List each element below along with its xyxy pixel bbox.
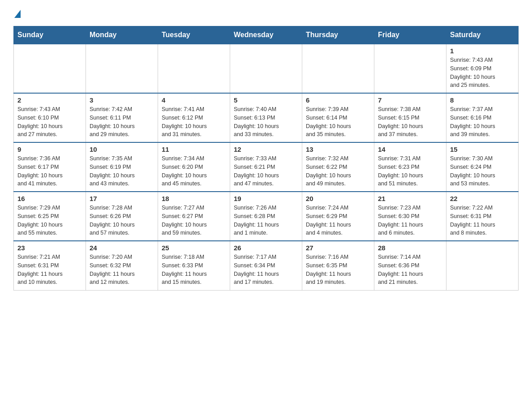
weekday-header-monday: Monday	[86, 26, 158, 44]
calendar-cell: 9Sunrise: 7:36 AM Sunset: 6:17 PM Daylig…	[14, 142, 86, 192]
day-info: Sunrise: 7:29 AM Sunset: 6:25 PM Dayligh…	[17, 204, 82, 237]
day-info: Sunrise: 7:26 AM Sunset: 6:28 PM Dayligh…	[234, 204, 298, 237]
logo	[13, 9, 21, 17]
day-number: 9	[17, 146, 82, 153]
day-number: 5	[234, 96, 298, 104]
day-number: 1	[450, 47, 515, 55]
day-info: Sunrise: 7:38 AM Sunset: 6:15 PM Dayligh…	[378, 105, 442, 139]
day-number: 18	[162, 195, 226, 202]
day-info: Sunrise: 7:14 AM Sunset: 6:36 PM Dayligh…	[378, 253, 442, 287]
day-number: 2	[17, 96, 82, 104]
day-info: Sunrise: 7:16 AM Sunset: 6:35 PM Dayligh…	[306, 253, 370, 287]
calendar-cell: 8Sunrise: 7:37 AM Sunset: 6:16 PM Daylig…	[446, 93, 519, 142]
calendar-cell: 26Sunrise: 7:17 AM Sunset: 6:34 PM Dayli…	[230, 241, 302, 290]
page-header	[13, 9, 519, 17]
calendar-cell: 16Sunrise: 7:29 AM Sunset: 6:25 PM Dayli…	[14, 192, 86, 241]
day-info: Sunrise: 7:30 AM Sunset: 6:24 PM Dayligh…	[450, 154, 515, 188]
calendar-cell: 13Sunrise: 7:32 AM Sunset: 6:22 PM Dayli…	[302, 142, 374, 192]
weekday-header-friday: Friday	[374, 26, 446, 44]
day-number: 4	[162, 96, 226, 104]
day-number: 13	[306, 146, 370, 153]
weekday-header-saturday: Saturday	[446, 26, 519, 44]
day-number: 3	[90, 96, 154, 104]
day-info: Sunrise: 7:20 AM Sunset: 6:32 PM Dayligh…	[90, 253, 154, 287]
day-info: Sunrise: 7:23 AM Sunset: 6:30 PM Dayligh…	[378, 204, 442, 237]
calendar-cell: 11Sunrise: 7:34 AM Sunset: 6:20 PM Dayli…	[158, 142, 230, 192]
calendar-cell: 7Sunrise: 7:38 AM Sunset: 6:15 PM Daylig…	[374, 93, 446, 142]
calendar-cell: 25Sunrise: 7:18 AM Sunset: 6:33 PM Dayli…	[158, 241, 230, 290]
calendar-week-row: 1Sunrise: 7:43 AM Sunset: 6:09 PM Daylig…	[14, 44, 519, 93]
day-number: 20	[306, 195, 370, 202]
calendar-cell: 22Sunrise: 7:22 AM Sunset: 6:31 PM Dayli…	[446, 192, 519, 241]
calendar-week-row: 16Sunrise: 7:29 AM Sunset: 6:25 PM Dayli…	[14, 192, 519, 241]
day-number: 25	[162, 244, 226, 252]
day-number: 15	[450, 146, 515, 153]
day-number: 24	[90, 244, 154, 252]
day-info: Sunrise: 7:33 AM Sunset: 6:21 PM Dayligh…	[234, 154, 298, 188]
day-number: 12	[234, 146, 298, 153]
day-number: 17	[90, 195, 154, 202]
day-info: Sunrise: 7:43 AM Sunset: 6:10 PM Dayligh…	[17, 105, 82, 139]
calendar-table: SundayMondayTuesdayWednesdayThursdayFrid…	[13, 26, 519, 291]
calendar-cell	[230, 44, 302, 93]
day-number: 6	[306, 96, 370, 104]
day-number: 28	[378, 244, 442, 252]
day-number: 22	[450, 195, 515, 202]
calendar-cell	[374, 44, 446, 93]
calendar-cell	[158, 44, 230, 93]
calendar-cell: 17Sunrise: 7:28 AM Sunset: 6:26 PM Dayli…	[86, 192, 158, 241]
calendar-cell: 23Sunrise: 7:21 AM Sunset: 6:31 PM Dayli…	[14, 241, 86, 290]
calendar-week-row: 9Sunrise: 7:36 AM Sunset: 6:17 PM Daylig…	[14, 142, 519, 192]
calendar-week-row: 23Sunrise: 7:21 AM Sunset: 6:31 PM Dayli…	[14, 241, 519, 290]
calendar-cell: 6Sunrise: 7:39 AM Sunset: 6:14 PM Daylig…	[302, 93, 374, 142]
calendar-cell: 27Sunrise: 7:16 AM Sunset: 6:35 PM Dayli…	[302, 241, 374, 290]
day-info: Sunrise: 7:36 AM Sunset: 6:17 PM Dayligh…	[17, 154, 82, 188]
day-number: 7	[378, 96, 442, 104]
weekday-header-tuesday: Tuesday	[158, 26, 230, 44]
calendar-cell: 21Sunrise: 7:23 AM Sunset: 6:30 PM Dayli…	[374, 192, 446, 241]
calendar-cell	[86, 44, 158, 93]
calendar-cell: 28Sunrise: 7:14 AM Sunset: 6:36 PM Dayli…	[374, 241, 446, 290]
day-info: Sunrise: 7:32 AM Sunset: 6:22 PM Dayligh…	[306, 154, 370, 188]
day-info: Sunrise: 7:42 AM Sunset: 6:11 PM Dayligh…	[90, 105, 154, 139]
day-info: Sunrise: 7:28 AM Sunset: 6:26 PM Dayligh…	[90, 204, 154, 237]
day-number: 11	[162, 146, 226, 153]
calendar-cell: 20Sunrise: 7:24 AM Sunset: 6:29 PM Dayli…	[302, 192, 374, 241]
day-info: Sunrise: 7:18 AM Sunset: 6:33 PM Dayligh…	[162, 253, 226, 287]
day-info: Sunrise: 7:39 AM Sunset: 6:14 PM Dayligh…	[306, 105, 370, 139]
calendar-cell: 2Sunrise: 7:43 AM Sunset: 6:10 PM Daylig…	[14, 93, 86, 142]
calendar-cell	[446, 241, 519, 290]
calendar-cell: 14Sunrise: 7:31 AM Sunset: 6:23 PM Dayli…	[374, 142, 446, 192]
day-number: 21	[378, 195, 442, 202]
calendar-cell: 10Sunrise: 7:35 AM Sunset: 6:19 PM Dayli…	[86, 142, 158, 192]
calendar-cell	[302, 44, 374, 93]
weekday-header-thursday: Thursday	[302, 26, 374, 44]
calendar-cell: 18Sunrise: 7:27 AM Sunset: 6:27 PM Dayli…	[158, 192, 230, 241]
calendar-cell: 12Sunrise: 7:33 AM Sunset: 6:21 PM Dayli…	[230, 142, 302, 192]
day-info: Sunrise: 7:41 AM Sunset: 6:12 PM Dayligh…	[162, 105, 226, 139]
calendar-cell: 24Sunrise: 7:20 AM Sunset: 6:32 PM Dayli…	[86, 241, 158, 290]
day-info: Sunrise: 7:34 AM Sunset: 6:20 PM Dayligh…	[162, 154, 226, 188]
calendar-header-row: SundayMondayTuesdayWednesdayThursdayFrid…	[14, 26, 519, 44]
day-info: Sunrise: 7:35 AM Sunset: 6:19 PM Dayligh…	[90, 154, 154, 188]
day-number: 8	[450, 96, 515, 104]
logo-triangle-icon	[14, 10, 21, 18]
weekday-header-wednesday: Wednesday	[230, 26, 302, 44]
day-info: Sunrise: 7:27 AM Sunset: 6:27 PM Dayligh…	[162, 204, 226, 237]
day-number: 26	[234, 244, 298, 252]
weekday-header-sunday: Sunday	[14, 26, 86, 44]
calendar-cell: 15Sunrise: 7:30 AM Sunset: 6:24 PM Dayli…	[446, 142, 519, 192]
calendar-cell: 3Sunrise: 7:42 AM Sunset: 6:11 PM Daylig…	[86, 93, 158, 142]
day-info: Sunrise: 7:43 AM Sunset: 6:09 PM Dayligh…	[450, 56, 515, 90]
calendar-cell: 4Sunrise: 7:41 AM Sunset: 6:12 PM Daylig…	[158, 93, 230, 142]
day-number: 23	[17, 244, 82, 252]
day-info: Sunrise: 7:37 AM Sunset: 6:16 PM Dayligh…	[450, 105, 515, 139]
day-info: Sunrise: 7:40 AM Sunset: 6:13 PM Dayligh…	[234, 105, 298, 139]
day-info: Sunrise: 7:22 AM Sunset: 6:31 PM Dayligh…	[450, 204, 515, 237]
day-number: 16	[17, 195, 82, 202]
day-info: Sunrise: 7:31 AM Sunset: 6:23 PM Dayligh…	[378, 154, 442, 188]
calendar-week-row: 2Sunrise: 7:43 AM Sunset: 6:10 PM Daylig…	[14, 93, 519, 142]
day-number: 19	[234, 195, 298, 202]
day-number: 27	[306, 244, 370, 252]
day-info: Sunrise: 7:17 AM Sunset: 6:34 PM Dayligh…	[234, 253, 298, 287]
